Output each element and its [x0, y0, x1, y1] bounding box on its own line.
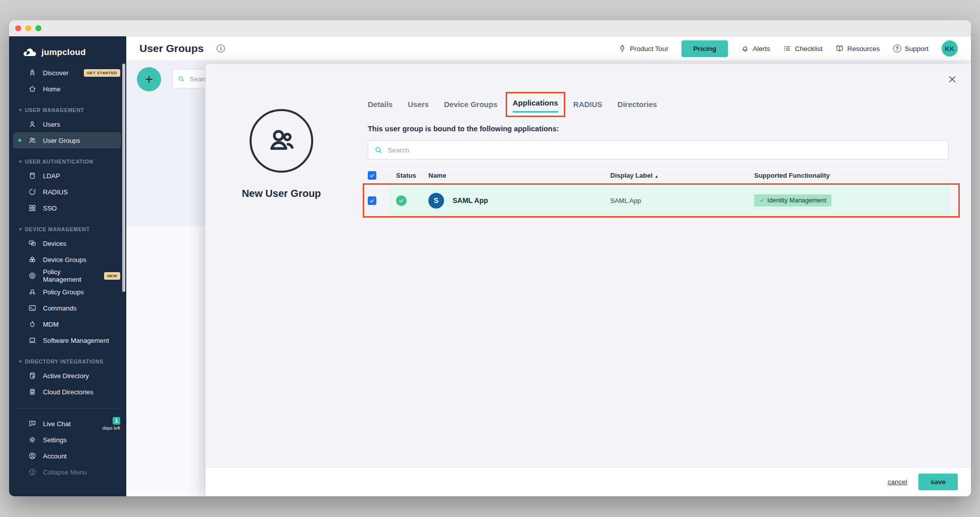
sidebar-item-label: Collapse Menu — [43, 469, 87, 476]
terminal-icon — [28, 304, 36, 312]
chat-icon — [28, 420, 36, 428]
column-name[interactable]: Name — [428, 172, 610, 179]
main-area: User Groups i Product Tour Pricing Alert… — [126, 36, 971, 496]
zoom-window-button[interactable] — [35, 25, 41, 31]
select-all-checkbox[interactable] — [368, 171, 376, 180]
tab-radius[interactable]: RADIUS — [573, 100, 603, 113]
bound-apps-description: This user group is bound to the followin… — [368, 125, 559, 133]
pricing-button[interactable]: Pricing — [681, 40, 728, 57]
panel-footer: cancel save — [206, 467, 971, 496]
sidebar-item-cloud-directories[interactable]: Cloud Directories — [9, 384, 126, 400]
section-user-management[interactable]: ▾ USER MANAGEMENT — [9, 107, 126, 113]
table-row-saml-app[interactable]: S SAML App SAML App Identity Management — [368, 185, 949, 216]
chevron-down-icon: ▾ — [19, 159, 22, 164]
sidebar-item-account[interactable]: Account — [9, 448, 126, 464]
cloud-logo-icon — [22, 47, 37, 58]
sidebar-item-home[interactable]: Home — [9, 81, 126, 97]
sidebar-item-commands[interactable]: Commands — [9, 300, 126, 316]
applications-search-input[interactable] — [388, 146, 942, 154]
sidebar-item-discover[interactable]: Discover GET STARTED — [9, 65, 126, 81]
titlebar — [9, 20, 971, 36]
tab-device-groups[interactable]: Device Groups — [444, 100, 498, 113]
add-user-group-button[interactable]: + — [137, 67, 161, 91]
checklist-icon — [783, 44, 791, 53]
functionality-badge: Identity Management — [754, 194, 831, 206]
cancel-button[interactable]: cancel — [888, 478, 907, 486]
page-title: User Groups — [139, 42, 204, 55]
sidebar-item-policy-management[interactable]: Policy Management NEW — [9, 268, 126, 284]
sidebar-item-collapse-menu[interactable]: Collapse Menu — [9, 464, 126, 480]
get-started-badge: GET STARTED — [84, 69, 120, 77]
gear-icon — [28, 436, 36, 444]
close-window-button[interactable] — [15, 25, 21, 31]
resources-label: Resources — [847, 45, 880, 53]
target-icon — [28, 272, 36, 280]
search-icon — [178, 75, 185, 83]
sidebar: jumpcloud Discover GET STARTED Home ▾ US… — [9, 36, 126, 496]
user-group-detail-panel: New User Group Details Users Device Grou… — [206, 64, 971, 496]
column-display-label[interactable]: Display Label▲ — [610, 172, 754, 179]
sidebar-item-live-chat[interactable]: Live Chat 1 days left — [9, 416, 126, 432]
alerts-button[interactable]: Alerts — [741, 44, 770, 53]
sidebar-item-user-groups[interactable]: User Groups — [13, 132, 121, 148]
check-icon — [399, 198, 404, 203]
tab-applications[interactable]: Applications — [513, 98, 558, 113]
sidebar-item-devices[interactable]: Devices — [9, 235, 126, 251]
section-user-authentication[interactable]: ▾ USER AUTHENTICATION — [9, 159, 126, 165]
group-avatar-circle — [250, 109, 313, 173]
sidebar-scrollbar[interactable] — [122, 64, 125, 292]
grid-icon — [28, 204, 36, 212]
product-tour-label: Product Tour — [630, 45, 668, 53]
sidebar-item-settings[interactable]: Settings — [9, 432, 126, 448]
sidebar-item-users[interactable]: Users — [9, 116, 126, 132]
question-icon: ? — [893, 44, 901, 53]
sidebar-item-label: Commands — [43, 304, 76, 312]
tab-directories[interactable]: Directories — [617, 100, 657, 113]
sidebar-item-device-groups[interactable]: Device Groups — [9, 251, 126, 268]
checklist-button[interactable]: Checklist — [783, 44, 822, 53]
app-name-cell: S SAML App — [428, 193, 610, 209]
stacked-directories-icon — [28, 388, 36, 396]
row-checkbox[interactable] — [368, 196, 376, 205]
applications-table-header: Status Name Display Label▲ Supported Fun… — [368, 167, 949, 184]
tab-users[interactable]: Users — [408, 100, 429, 113]
column-supported-functionality[interactable]: Supported Functionality — [754, 172, 949, 179]
sort-ascending-icon: ▲ — [655, 174, 659, 179]
sidebar-item-active-directory[interactable]: Active Directory — [9, 368, 126, 384]
chevron-down-icon: ▾ — [19, 359, 22, 364]
section-directory-integrations[interactable]: ▾ DIRECTORY INTEGRATIONS — [9, 358, 126, 365]
devices-icon — [28, 239, 36, 247]
minimize-window-button[interactable] — [25, 25, 31, 31]
tab-details[interactable]: Details — [368, 100, 393, 113]
sidebar-item-radius[interactable]: RADIUS — [9, 184, 126, 200]
support-button[interactable]: ? Support — [893, 44, 928, 53]
info-icon[interactable]: i — [217, 44, 225, 53]
rocket-icon — [28, 69, 36, 77]
user-avatar[interactable]: KK — [942, 40, 958, 57]
save-button[interactable]: save — [918, 474, 958, 490]
section-device-management[interactable]: ▾ DEVICE MANAGEMENT — [9, 226, 126, 232]
check-icon — [369, 198, 375, 203]
section-label: DEVICE MANAGEMENT — [25, 226, 90, 232]
panel-tabs: Details Users Device Groups Applications… — [368, 98, 657, 113]
chevron-down-icon: ▾ — [19, 108, 22, 113]
account-icon — [28, 452, 36, 460]
logo-text: jumpcloud — [41, 47, 86, 58]
sidebar-item-label: Policy Groups — [43, 288, 84, 296]
sidebar-item-policy-groups[interactable]: Policy Groups — [9, 284, 126, 300]
sidebar-item-ldap[interactable]: LDAP — [9, 168, 126, 184]
sidebar-item-mdm[interactable]: MDM — [9, 316, 126, 332]
user-icon — [28, 120, 36, 128]
close-panel-button[interactable] — [946, 73, 959, 86]
sidebar-item-software-management[interactable]: Software Management — [9, 332, 126, 348]
resources-button[interactable]: Resources — [836, 44, 880, 53]
trial-countdown: 1 days left — [103, 417, 120, 431]
functionality-cell: Identity Management — [754, 194, 949, 206]
column-status[interactable]: Status — [396, 172, 428, 179]
product-tour-button[interactable]: Product Tour — [618, 44, 668, 53]
sidebar-item-sso[interactable]: SSO — [9, 200, 126, 216]
sidebar-item-label: RADIUS — [43, 188, 68, 196]
check-icon — [369, 173, 375, 178]
section-label: USER MANAGEMENT — [25, 107, 84, 113]
column-label-text: Display Label — [610, 172, 653, 179]
